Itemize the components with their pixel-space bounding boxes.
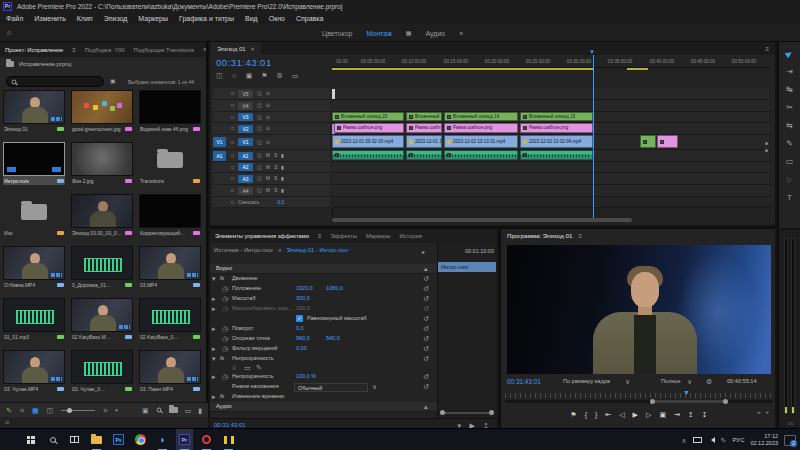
label-chip[interactable]	[57, 127, 64, 131]
eye-icon[interactable]: ⊙	[266, 115, 270, 120]
project-item[interactable]: Фон 2.jpg	[71, 142, 133, 185]
eye-icon[interactable]: ⊙	[266, 140, 270, 145]
lift-button[interactable]: ↥	[688, 411, 694, 418]
label-chip[interactable]	[125, 335, 132, 339]
premiere-taskbar-button[interactable]: Pr	[176, 429, 193, 450]
stopwatch-icon[interactable]: ◷	[222, 345, 228, 352]
sync-lock-icon[interactable]: ◫	[257, 91, 262, 96]
timeline-clip[interactable]	[640, 135, 656, 148]
lock-icon[interactable]: □	[231, 188, 234, 193]
stopwatch-icon[interactable]: ◷	[222, 285, 228, 292]
task-view-button[interactable]	[66, 429, 83, 450]
effect-zoom-bar[interactable]	[442, 412, 492, 414]
effect-name[interactable]: Изменение времени	[232, 393, 284, 399]
time-ruler[interactable]: 00:00 00:05:00:00 00:10:00:00 00:15:00:0…	[332, 56, 770, 68]
tabs-overflow-icon[interactable]: »	[203, 46, 206, 53]
track-name[interactable]: V2	[238, 125, 253, 133]
language-indicator[interactable]: РУС	[732, 437, 744, 443]
timeline-timecode[interactable]: 00:31:43:01	[216, 57, 272, 68]
menu-file[interactable]: Файл	[6, 15, 23, 22]
sync-lock-icon[interactable]: ◫	[257, 115, 262, 120]
project-item-selected[interactable]: Интро.mov	[3, 142, 65, 185]
play-button[interactable]: ▶	[633, 411, 638, 418]
track-lane-a1[interactable]	[332, 150, 770, 162]
mute-button[interactable]: M	[266, 153, 270, 158]
reset-icon[interactable]: ↺	[423, 315, 429, 322]
collapse-icon[interactable]: ▴	[424, 403, 428, 410]
playhead-handle[interactable]: ▼	[589, 49, 595, 55]
work-area-bar-segment[interactable]	[627, 68, 648, 70]
project-item[interactable]: 03. Чулан.MP4	[3, 350, 65, 393]
reset-icon[interactable]: ↺	[423, 355, 429, 362]
blend-mode-row[interactable]: Режим наложения Обычный ∨ ↺	[210, 382, 437, 392]
sort-chevron-icon[interactable]: ▾	[115, 408, 118, 413]
type-tool[interactable]: T	[787, 194, 792, 202]
param-value[interactable]: 300,0	[296, 295, 310, 301]
linked-selection-icon[interactable]: ▣	[246, 72, 253, 79]
project-item[interactable]: Водяной знак 4б.png	[139, 90, 201, 133]
add-marker-icon[interactable]: ⚑	[261, 72, 267, 79]
program-timecode[interactable]: 00:31:43:01	[507, 378, 541, 385]
tab-effects[interactable]: Эффекты	[331, 233, 357, 239]
track-lane-v2[interactable]: Рамка шаблон.png Рамка шабл Рамка шаблон…	[332, 123, 770, 135]
project-item-audio[interactable]: 03. Чулан_0…	[71, 350, 133, 393]
checkbox-checked[interactable]: ✓	[296, 315, 303, 322]
icon-view-button[interactable]: ▦	[32, 407, 39, 414]
project-item-folder[interactable]: Изо	[3, 194, 65, 237]
project-item-audio[interactable]: 0_Дорожка_01…	[71, 246, 133, 289]
effect-timeline-column[interactable]: 00:01:10:00 Интро.mov	[437, 243, 497, 418]
twirl-icon[interactable]: ▸	[212, 295, 216, 302]
track-name[interactable]: A3	[238, 175, 253, 183]
lock-icon[interactable]: □	[231, 115, 234, 120]
track-lane-v4[interactable]	[332, 100, 770, 112]
twirl-icon[interactable]: ▸	[212, 325, 216, 332]
source-patch-audio[interactable]: A1	[213, 151, 226, 161]
program-video-frame[interactable]	[507, 245, 771, 374]
sync-lock-icon[interactable]: ◫	[257, 126, 262, 131]
opacity-value-row[interactable]: ▸ ◷ Непрозрачность 100,0 % ↺	[210, 372, 437, 382]
opera-button[interactable]	[198, 429, 215, 450]
track-header-master[interactable]: □ Смешать 0,0	[213, 197, 330, 208]
track-name[interactable]: A4	[238, 187, 253, 195]
audio-clip[interactable]	[406, 150, 442, 160]
zoom-range-segment[interactable]	[652, 400, 726, 403]
playhead[interactable]	[593, 55, 594, 220]
reset-icon[interactable]: ↺	[423, 275, 429, 282]
label-chip[interactable]	[125, 127, 132, 131]
photoshop-button[interactable]: Ps	[110, 429, 127, 450]
step-forward-button[interactable]: ▷	[646, 411, 651, 418]
sequence-tab[interactable]: Эпизод 01 ×	[210, 42, 261, 55]
timeline-clip[interactable]: Рамка шаблон.png	[520, 123, 593, 133]
speaker-icon[interactable]	[708, 437, 715, 443]
timeline-clip[interactable]: Рамка шаблон.png	[334, 123, 404, 133]
stopwatch-icon[interactable]: ◷	[222, 295, 228, 302]
reset-icon[interactable]: ↺	[423, 373, 429, 380]
eye-icon[interactable]: ⊙	[266, 126, 270, 131]
clear-trash-button[interactable]: ▮	[198, 407, 202, 414]
start-button[interactable]	[22, 429, 39, 450]
effect-name[interactable]: Непрозрачность	[232, 355, 274, 361]
go-to-out-button[interactable]: ⇥	[674, 411, 680, 418]
source-label[interactable]: Источник - Интро.mov	[214, 247, 273, 253]
stopwatch-icon[interactable]: ◷	[222, 373, 228, 380]
tab-history[interactable]: История	[399, 233, 421, 239]
reset-icon[interactable]: ↺	[423, 345, 429, 352]
source-patch-video[interactable]: V1	[213, 137, 226, 147]
rect-mask-icon[interactable]: ▭	[244, 364, 251, 371]
label-chip[interactable]	[125, 387, 132, 391]
project-item-audio[interactable]: 02 KatyBass_0…	[139, 298, 201, 341]
go-to-in-button[interactable]: ⇤	[605, 411, 611, 418]
position-row[interactable]: ◷ Положение 1920,0 1080,0 ↺	[210, 284, 437, 294]
blue-swoosh-app-button[interactable]: ◗	[154, 429, 171, 450]
automate-to-sequence-button[interactable]: ▣	[142, 407, 149, 414]
mark-in-button[interactable]: {	[585, 411, 587, 418]
track-name[interactable]: A2	[238, 163, 253, 171]
lock-icon[interactable]: □	[231, 153, 234, 158]
mute-button[interactable]: M	[266, 165, 270, 170]
project-item[interactable]: 03. Пакет.MP4	[139, 350, 201, 393]
track-lane-a2[interactable]	[332, 162, 770, 173]
selection-tool[interactable]: ▶	[785, 49, 795, 59]
new-item-button[interactable]: ▭	[185, 407, 192, 414]
lock-icon[interactable]: □	[231, 91, 234, 96]
eye-icon[interactable]: ⊙	[266, 91, 270, 96]
